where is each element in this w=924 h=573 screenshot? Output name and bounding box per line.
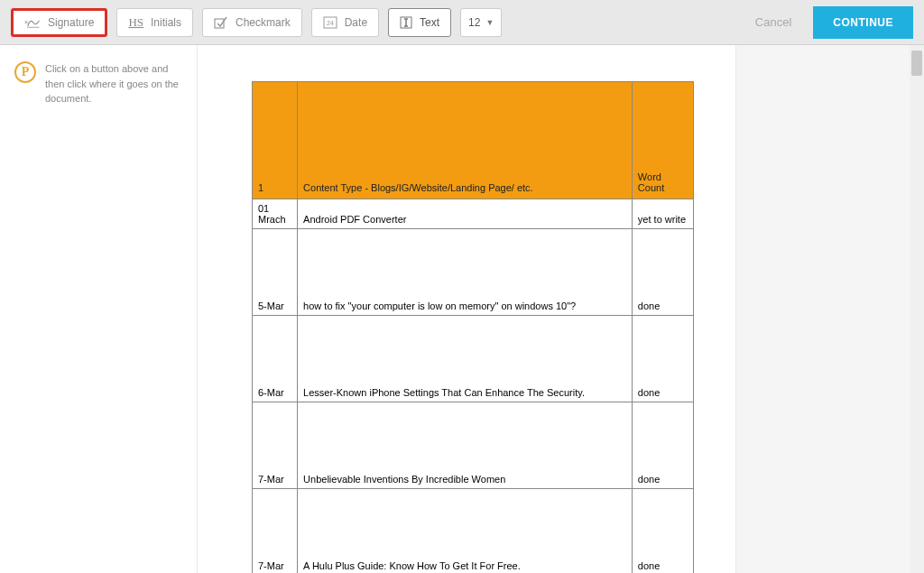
calendar-icon: 24 [323,16,337,29]
table-row: 7-MarUnbelievable Inventions By Incredib… [253,402,694,489]
table-row: 5-Marhow to fix "your computer is low on… [253,229,694,316]
signature-label: Signature [48,16,94,29]
cell-date: 6-Mar [253,316,298,402]
help-icon: P [14,61,36,83]
date-button[interactable]: 24 Date [311,8,379,37]
header-col-3: Word Count [632,82,693,199]
checkmark-label: Checkmark [236,16,291,29]
text-button[interactable]: Text [388,8,451,37]
help-row: P Click on a button above and then click… [14,61,182,106]
svg-text:24: 24 [327,20,334,26]
cell-status: done [632,229,693,316]
cell-date: 7-Mar [253,402,298,489]
table-header-row: 1 Content Type - Blogs/IG/Website/Landin… [253,82,694,199]
date-label: Date [345,16,367,29]
cell-date: 5-Mar [253,229,298,316]
cell-date: 01 Mrach [253,199,298,229]
cell-status: done [632,489,693,574]
cancel-button[interactable]: Cancel [743,8,804,36]
checkmark-button[interactable]: Checkmark [202,8,302,37]
cell-content: Android PDF Converter [298,199,633,229]
text-label: Text [420,16,439,29]
table-row: 6-MarLesser-Known iPhone Settings That C… [253,316,694,402]
initials-label: Initials [151,16,181,29]
signature-button[interactable]: × Signature [11,8,107,37]
document-viewport[interactable]: 1 Content Type - Blogs/IG/Website/Landin… [197,45,736,573]
continue-button[interactable]: CONTINUE [813,6,913,39]
help-text: Click on a button above and then click w… [45,61,182,106]
text-icon [400,16,412,29]
cell-date: 7-Mar [253,489,298,574]
toolbar: × Signature HS Initials Checkmark 24 Dat… [0,0,924,45]
header-col-2: Content Type - Blogs/IG/Website/Landing … [298,82,633,199]
cell-content: Lesser-Known iPhone Settings That Can En… [298,316,633,402]
cell-content: Unbelievable Inventions By Incredible Wo… [298,402,633,489]
chevron-down-icon: ▼ [485,18,494,27]
cell-status: done [632,316,693,402]
table-row: 01 MrachAndroid PDF Converteryet to writ… [253,199,694,229]
cell-content: how to fix "your computer is low on memo… [298,229,633,316]
header-col-1: 1 [253,82,298,199]
sidebar: P Click on a button above and then click… [0,45,197,573]
font-size-value: 12 [468,16,480,29]
cell-status: done [632,402,693,489]
cell-content: A Hulu Plus Guide: Know How To Get It Fo… [298,489,633,574]
content-table: 1 Content Type - Blogs/IG/Website/Landin… [252,81,694,573]
scrollbar[interactable] [910,45,924,573]
table-row: 7-MarA Hulu Plus Guide: Know How To Get … [253,489,694,574]
scrollbar-thumb[interactable] [911,51,922,76]
cell-status: yet to write [632,199,693,229]
signature-icon: × [24,15,41,30]
initials-icon: HS [128,15,143,30]
initials-button[interactable]: HS Initials [116,8,193,37]
checkmark-icon [214,16,228,29]
right-panel [736,45,924,573]
main-area: P Click on a button above and then click… [0,45,924,573]
font-size-select[interactable]: 12 ▼ [460,8,502,37]
